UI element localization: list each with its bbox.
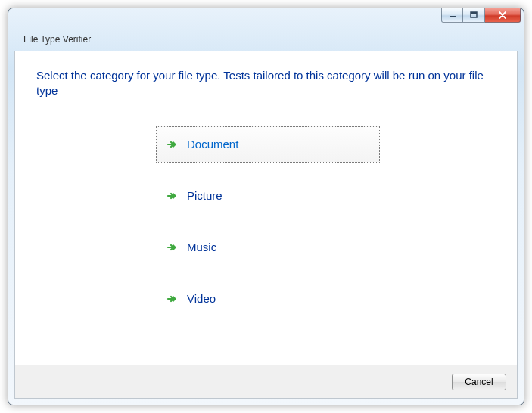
titlebar: File Type Verifier xyxy=(8,8,524,51)
instruction-text: Select the category for your file type. … xyxy=(36,68,496,99)
app-window: File Type Verifier Select the category f… xyxy=(8,8,524,405)
option-document[interactable]: Document xyxy=(156,126,380,163)
option-label: Music xyxy=(187,241,216,253)
option-picture[interactable]: Picture xyxy=(156,178,380,214)
window-controls xyxy=(441,8,521,23)
option-video[interactable]: Video xyxy=(156,281,380,317)
cancel-button[interactable]: Cancel xyxy=(452,374,506,390)
minimize-button[interactable] xyxy=(441,8,463,23)
option-label: Picture xyxy=(187,189,222,202)
arrow-right-icon xyxy=(166,293,178,305)
category-options: Document Picture Music xyxy=(156,126,380,317)
dialog-footer: Cancel xyxy=(15,365,517,398)
option-label: Document xyxy=(187,138,238,151)
svg-rect-0 xyxy=(450,16,456,17)
arrow-right-icon xyxy=(166,241,178,253)
arrow-right-icon xyxy=(166,138,178,151)
close-button[interactable] xyxy=(485,8,521,23)
maximize-button[interactable] xyxy=(463,8,485,23)
content-panel: Select the category for your file type. … xyxy=(14,51,518,399)
svg-rect-2 xyxy=(471,12,477,14)
option-label: Video xyxy=(187,292,216,305)
arrow-right-icon xyxy=(166,190,178,202)
close-icon xyxy=(498,11,507,19)
maximize-icon xyxy=(470,11,478,19)
minimize-icon xyxy=(449,11,456,19)
main-content: Select the category for your file type. … xyxy=(15,51,517,365)
window-title: File Type Verifier xyxy=(23,34,91,45)
option-music[interactable]: Music xyxy=(156,229,380,266)
